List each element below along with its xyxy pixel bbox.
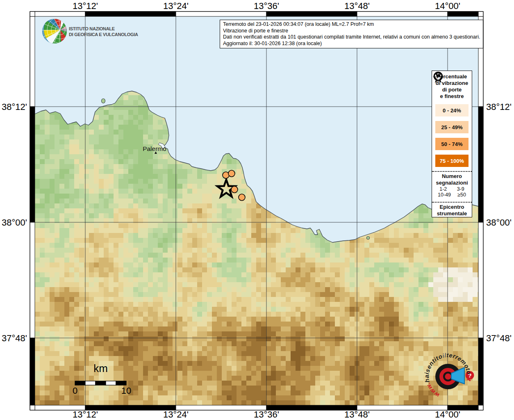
lat-label-left: 38°00'	[2, 217, 27, 228]
lon-label-bottom: 13°48'	[344, 409, 370, 420]
legend-box: Percentuale di vibrazione di porte e fin…	[432, 71, 472, 217]
scale-bar-unit: km	[93, 362, 108, 374]
lon-label-bottom: 13°36'	[254, 409, 279, 420]
scale-bar-segments	[75, 381, 126, 385]
lon-label-top: 14°00'	[435, 1, 460, 11]
lon-label-top: 13°48'	[344, 1, 370, 11]
legend-class-swatch: 25 - 49%	[435, 121, 469, 133]
small-island	[102, 99, 105, 103]
count-class-label: 10-49	[438, 192, 451, 198]
legend-epicenter-star	[432, 73, 444, 84]
lon-label-top: 13°24'	[163, 1, 189, 11]
city-label-palermo: Palermo	[143, 145, 166, 152]
lat-label-right: 38°00'	[486, 217, 512, 228]
scale-bar-start-label: 0	[73, 386, 77, 396]
logo-bullseye-center	[445, 374, 451, 380]
ingv-name-line1: ISTITUTO NAZIONALE	[69, 26, 115, 31]
ingv-name-line2: DI GEOFISICA E VULCANOLOGIA	[69, 32, 138, 37]
lon-label-bottom: 13°24'	[163, 409, 189, 420]
macroseismic-map-page: ISTITUTO NAZIONALE DI GEOFISICA E VULCAN…	[0, 0, 514, 420]
lat-label-right: 37°48'	[486, 333, 512, 343]
event-data-note: Dati non verificati estratti da 101 ques…	[223, 34, 480, 41]
count-class-label: 1-2	[439, 186, 447, 192]
legend-class-swatch: 75 - 100%	[435, 155, 469, 167]
event-updated-line: Aggiornato il: 30-01-2026 12:38 (ora loc…	[223, 41, 480, 47]
lat-label-left: 38°12'	[2, 102, 27, 112]
count-class-label: ≥50	[457, 192, 466, 198]
scale-bar-end-label: 10	[121, 386, 131, 396]
lon-label-top: 13°36'	[254, 1, 279, 11]
lat-label-right: 38°12'	[486, 102, 512, 112]
event-info-box: Terremoto del 23-01-2026 00:34:07 (ora l…	[220, 20, 483, 48]
event-title: Terremoto del 23-01-2026 00:34:07 (ora l…	[223, 21, 480, 28]
report-dot	[231, 186, 238, 193]
legend-class-swatch: 50 - 74%	[435, 138, 469, 150]
lon-label-bottom: 14°00'	[435, 409, 460, 420]
report-dot	[228, 170, 235, 177]
legend-class-swatch: 0 - 24%	[435, 104, 469, 116]
report-dot	[239, 194, 245, 201]
lon-label-top: 13°12'	[73, 1, 98, 11]
count-class-label: 3-9	[457, 186, 464, 192]
lat-label-left: 37°48'	[2, 333, 27, 343]
legend-epicenter-title: Epicentro strumentale	[432, 203, 472, 217]
legend-percent-classes: 0 - 24%25 - 49%50 - 74%75 - 100%	[432, 104, 472, 167]
legend-counts-title: Numero segnalazioni	[432, 172, 472, 186]
lon-label-bottom: 13°12'	[73, 409, 98, 420]
legend-count-classes: 1-23-910-49≥50	[432, 186, 472, 198]
small-island-east	[367, 237, 370, 240]
event-effect-line: Vibrazione di porte e finestre	[223, 28, 480, 34]
